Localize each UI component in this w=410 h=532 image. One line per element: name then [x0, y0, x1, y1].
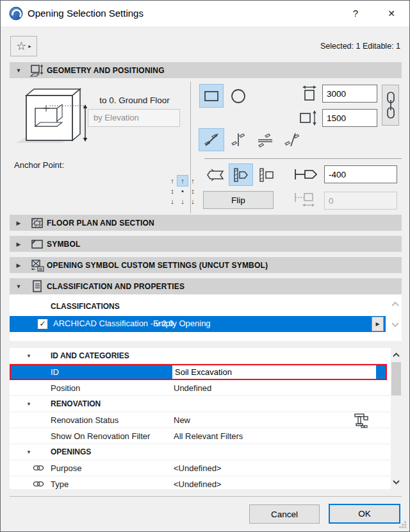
anchor-cell[interactable]: ↓ — [177, 196, 188, 206]
collapse-arrow-icon[interactable]: ▼ — [26, 353, 31, 359]
property-value: All Relevant Filters — [174, 431, 243, 441]
properties-list: ▼ ID AND CATEGORIES ID Position Undefine… — [10, 348, 390, 489]
property-label: Renovation Status — [51, 415, 119, 425]
property-value: Undefined — [174, 383, 211, 393]
section-label: FLOOR PLAN AND SECTION — [47, 219, 154, 228]
section-geometry-and-positioning[interactable]: ▼ GEOMETRY AND POSITIONING — [10, 62, 402, 78]
position-offset-button[interactable] — [254, 163, 279, 186]
scroll-down-icon[interactable] — [391, 322, 400, 328]
parapet-offset-icon — [293, 192, 321, 208]
id-input[interactable] — [172, 365, 376, 379]
scrollbar-thumb[interactable] — [391, 362, 401, 395]
width-icon — [300, 85, 318, 103]
shape-rectangle-button[interactable] — [199, 84, 224, 108]
position-through-button[interactable] — [203, 163, 227, 186]
resize-grip[interactable] — [398, 520, 407, 529]
anchor-cell[interactable]: ↑ — [188, 176, 198, 186]
scroll-up-icon[interactable] — [392, 352, 400, 358]
anchor-point-label: Anchor Point: — [14, 160, 64, 170]
classification-checkbox[interactable]: ✓ — [37, 319, 48, 329]
vertical-divider — [190, 81, 191, 213]
ok-button-label: OK — [358, 509, 371, 519]
star-icon: ☆ — [16, 40, 26, 52]
height-input[interactable] — [322, 109, 377, 127]
classification-row[interactable]: ✓ ARCHICAD Classification - v 2.0 Empty … — [10, 316, 386, 332]
properties-pane: ▼ ID AND CATEGORIES ID Position Undefine… — [10, 348, 402, 489]
archicad-logo-icon — [9, 6, 23, 21]
slant-free-button[interactable] — [199, 128, 224, 151]
anchor-cell-selected[interactable]: ↑ — [177, 176, 188, 186]
parapet-offset-input — [324, 192, 397, 210]
section-symbol[interactable]: ▶ SYMBOL — [10, 236, 402, 252]
property-row-type[interactable]: Type <Undefined> — [10, 476, 390, 489]
geometry-section-icon — [28, 64, 47, 77]
property-row-renovation-status[interactable]: Renovation Status New — [10, 412, 390, 428]
slant-reverse-button[interactable] — [279, 128, 305, 151]
section-label: OPENING SYMBOL CUSTOM SETTINGS (UNCUT SY… — [47, 261, 268, 270]
cancel-button[interactable]: Cancel — [249, 504, 320, 524]
anchor-cell[interactable]: • — [177, 186, 188, 196]
anchor-cell[interactable]: ↕ — [167, 186, 177, 196]
section-label: CLASSIFICATION AND PROPERTIES — [47, 282, 184, 291]
ok-button[interactable]: OK — [329, 504, 400, 524]
selection-status: Selected: 1 Editable: 1 — [320, 42, 400, 51]
header-offset-input[interactable] — [324, 165, 397, 183]
properties-scrollbar[interactable] — [391, 348, 402, 489]
help-button[interactable]: ? — [341, 1, 370, 26]
collapse-arrow-icon[interactable]: ▼ — [26, 449, 31, 455]
group-title: OPENINGS — [51, 447, 91, 456]
linked-property-chain-icon — [33, 464, 44, 472]
group-row-id-and-categories[interactable]: ▼ ID AND CATEGORIES — [10, 348, 390, 364]
link-dimensions-button[interactable] — [382, 85, 399, 126]
favorites-button[interactable]: ☆ ▸ — [10, 36, 37, 56]
scroll-down-icon[interactable] — [392, 479, 400, 485]
section-floor-plan-and-section[interactable]: ▶ FLOOR PLAN AND SECTION — [10, 215, 402, 231]
anchor-cell[interactable]: ↓ — [188, 196, 198, 206]
slant-vertical-button[interactable] — [226, 128, 251, 151]
elevation-mode-field[interactable]: by Elevation — [88, 109, 180, 127]
collapse-arrow-icon[interactable]: ▶ — [10, 241, 28, 247]
property-row-renovation-filter[interactable]: Show On Renovation Filter All Relevant F… — [10, 428, 390, 444]
property-label: Show On Renovation Filter — [51, 431, 150, 441]
anchor-point-grid[interactable]: ↑ ↑ ↑ ↕ • ↕ ↓ ↓ ↓ — [167, 176, 198, 206]
dialog-title: Opening Selection Settings — [28, 8, 144, 19]
collapse-arrow-icon[interactable]: ▶ — [10, 262, 28, 269]
property-row-position[interactable]: Position Undefined — [10, 380, 390, 396]
property-label: Purpose — [51, 463, 81, 473]
collapse-arrow-icon[interactable]: ▼ — [26, 401, 31, 407]
collapse-arrow-icon[interactable]: ▼ — [10, 283, 28, 290]
anchor-cell[interactable]: ↑ — [167, 176, 177, 186]
scroll-up-icon[interactable] — [391, 301, 400, 307]
group-row-openings[interactable]: ▼ OPENINGS — [10, 444, 390, 460]
title-bar[interactable]: Opening Selection Settings ? ✕ — [1, 1, 409, 26]
horizontal-divider — [204, 158, 402, 159]
group-row-renovation[interactable]: ▼ RENOVATION — [10, 396, 390, 412]
chain-icon — [385, 91, 396, 119]
shape-circle-button[interactable] — [226, 84, 250, 108]
classification-value: Empty Opening — [153, 319, 211, 328]
property-label: ID — [51, 367, 59, 377]
property-label: Type — [51, 479, 69, 489]
height-icon — [299, 108, 318, 126]
position-aligned-button[interactable] — [229, 163, 253, 186]
slant-horizontal-button[interactable] — [252, 128, 278, 151]
anchor-cell[interactable]: ↕ — [188, 186, 198, 196]
section-opening-symbol-custom-settings[interactable]: ▶ OPENING SYMBOL CUSTOM SETTINGS (UNCUT … — [10, 257, 402, 273]
flip-button[interactable]: Flip — [203, 191, 274, 209]
close-button[interactable]: ✕ — [377, 1, 406, 26]
property-row-id[interactable]: ID — [10, 364, 390, 380]
classifications-title: CLASSIFICATIONS — [51, 302, 120, 311]
section-classification-and-properties[interactable]: ▼ CLASSIFICATION AND PROPERTIES — [10, 278, 402, 294]
opening-selection-settings-dialog: Opening Selection Settings ? ✕ ☆ ▸ Selec… — [0, 0, 410, 532]
symbol-section-icon — [28, 239, 47, 249]
anchor-cell[interactable]: ↓ — [167, 196, 177, 206]
group-title: ID AND CATEGORIES — [51, 351, 129, 360]
collapse-arrow-icon[interactable]: ▼ — [10, 67, 28, 74]
group-title: RENOVATION — [51, 399, 101, 408]
property-row-purpose[interactable]: Purpose <Undefined> — [10, 460, 390, 476]
floor-plan-section-icon — [28, 217, 47, 229]
width-input[interactable] — [322, 85, 377, 103]
classification-picker-button[interactable]: ▶ — [372, 317, 384, 331]
collapse-arrow-icon[interactable]: ▶ — [10, 220, 28, 226]
section-label: GEOMETRY AND POSITIONING — [47, 66, 165, 75]
